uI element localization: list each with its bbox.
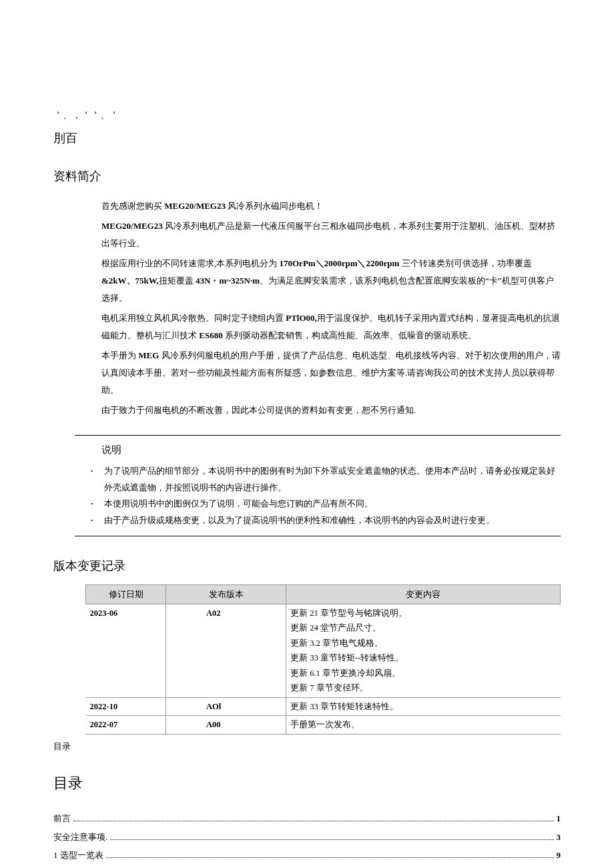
intro-p3-b2: &2kW、75kW, [101,276,159,286]
intro-title: 资料简介 [53,165,561,187]
revision-date: 2022-10 [86,697,166,716]
intro-p3-pre: 根据应用行业的不同转速需求,本系列电机分为 [101,258,280,268]
revision-content: 更新 21 章节型号与铭牌说明。 更新 24 堂节产品尺寸。 更新 3.2 章节… [286,604,561,697]
intro-p3-b3: 43N・m~325N·m [196,276,260,286]
revision-date: 2022-07 [86,716,166,735]
intro-p5: 本手册为 MEG 风冷系列伺服电机的用户手册，提供了产品信息、电机选型、电机接线… [101,347,561,399]
revision-title: 版本变更记录 [53,555,561,576]
revision-content: 手册第一次发布。 [286,716,561,735]
toc-item: 前言 1 [53,811,561,826]
intro-p1-pre: 首先感谢您购买 [101,201,164,211]
intro-p4-b1: PTlO00, [286,313,317,323]
change-line: 更新 21 章节型号与铭牌说明。 [290,606,557,621]
intro-p5-post: 风冷系列伺服电机的用户手册，提供了产品信息、电机选型、电机接线等内容。对于初次使… [101,350,561,395]
toc-side-label: 目录 [53,739,561,754]
revision-date: 2023-06 [86,604,166,697]
toc-list: 前言 1 安全注意事项. 3 1 选型一览表 9 2 产品信息 11 2.1 型… [53,811,561,868]
change-line: 更新 6.1 章节更换冷却风扇。 [290,666,557,681]
intro-p3: 根据应用行业的不同转速需求,本系列电机分为 170OrPm＼2000rpm＼22… [101,255,561,307]
toc-page: 3 [557,829,561,845]
change-line: 更新 33 章节转矩转速特性。 [290,699,557,715]
intro-p3-m1: 三个转速类别可供选择，功率覆盖 [399,258,531,268]
note-item: 本使用说明书中的图例仅为了说明，可能会与您订购的产品有所不同。 [88,496,561,512]
toc-label: 2 产品信息 [53,866,95,868]
toc-page: 1 [557,811,561,826]
intro-p1: 首先感谢您购买 MEG20/MEG23 风冷系列永磁同步电机！ [101,197,561,215]
revision-table: 修订日期 发布版本 变更内容 2023-06 A02 更新 21 章节型号与铭牌… [85,584,561,734]
intro-p6: 由于致力于伺服电机的不断改善，因此本公司提供的资料如有变更，恕不另行通知. [101,402,561,419]
toc-item: 2 产品信息 11 [53,866,561,868]
toc-label: 1 选型一览表 [53,847,103,863]
table-row: 2022-10 AOl 更新 33 章节转矩转速特性。 [86,697,561,716]
note-item: 为了说明产品的细节部分，本说明书中的图例有时为卸下外罩或安全遮盖物的状态。使用本… [88,463,561,496]
intro-p4-post: 系列驱动器配套销售，构成高性能、高效率、低噪音的驱动系统。 [223,330,477,340]
revision-content: 更新 33 章节转矩转速特性。 [286,697,561,716]
intro-p2: MEG20/MEG23 风冷系列电机产品是新一代液压伺服平台三相永磁同步电机，本… [101,218,561,252]
toc-item: 1 选型一览表 9 [53,847,561,863]
intro-p3-b1: 170OrPm＼2000rpm＼2200rpm [280,258,400,268]
change-line: 手册第一次发布。 [290,717,557,733]
note-list: 为了说明产品的细节部分，本说明书中的图例有时为卸下外罩或安全遮盖物的状态。使用本… [88,463,561,529]
revision-header-version: 发布版本 [166,585,286,604]
change-line: 更新 33 童节转矩--转速特性。 [290,650,557,666]
toc-dots [106,857,554,858]
header-ocr-title: 刖百 [53,127,561,149]
revision-header-content: 变更内容 [286,585,561,604]
toc-label: 前言 [53,811,71,826]
toc-title: 目录 [53,770,561,797]
change-line: 更新 3.2 章节电气规格。 [290,636,557,651]
intro-p2-bold: MEG20/MEG23 [101,221,163,231]
header-noise: ＇、，＇＇、＇ [53,107,561,123]
toc-dots [110,839,553,840]
note-title: 说明 [101,441,561,459]
change-line: 更新 7 章节变径环。 [290,681,557,696]
note-box: 说明 为了说明产品的细节部分，本说明书中的图例有时为卸下外罩或安全遮盖物的状态。… [75,435,561,536]
intro-p4-pre: 电机采用独立风机风冷散热。同时定子绕组内置 [101,313,286,323]
intro-p4-b2: ES680 [199,330,222,340]
change-line: 更新 24 堂节产品尺寸。 [290,620,557,636]
intro-p4: 电机采用独立风机风冷散热。同时定子绕组内置 PTlO00,用于温度保护。电机转子… [101,310,561,344]
intro-p5-b: MEG [138,350,159,360]
toc-item: 安全注意事项. 3 [53,829,561,845]
note-item: 由于产品升级或规格变更，以及为了提高说明书的便利性和准确性，本说明书的内容会及时… [88,512,561,529]
toc-dots [73,821,554,821]
intro-p5-pre: 本手册为 [101,350,138,360]
intro-body: 首先感谢您购买 MEG20/MEG23 风冷系列永磁同步电机！ MEG20/ME… [101,197,561,419]
intro-p1-bold: MEG20/MEG23 [164,201,226,211]
table-row: 2022-07 A00 手册第一次发布。 [86,716,561,735]
intro-p1-post: 风冷系列永磁同步电机！ [226,201,323,211]
revision-header-date: 修订日期 [86,585,166,604]
toc-page: 9 [557,847,561,863]
revision-version: A02 [166,604,286,697]
intro-p2-post: 风冷系列电机产品是新一代液压伺服平台三相永磁同步电机，本系列主要用于注塑机、油压… [101,221,555,248]
intro-p3-m2: 扭矩覆盖 [159,276,196,286]
table-row: 2023-06 A02 更新 21 章节型号与铭牌说明。 更新 24 堂节产品尺… [86,604,561,697]
toc-label: 安全注意事项. [53,829,107,845]
toc-page: 11 [553,866,561,868]
revision-version: AOl [166,697,286,716]
revision-version: A00 [166,716,286,735]
